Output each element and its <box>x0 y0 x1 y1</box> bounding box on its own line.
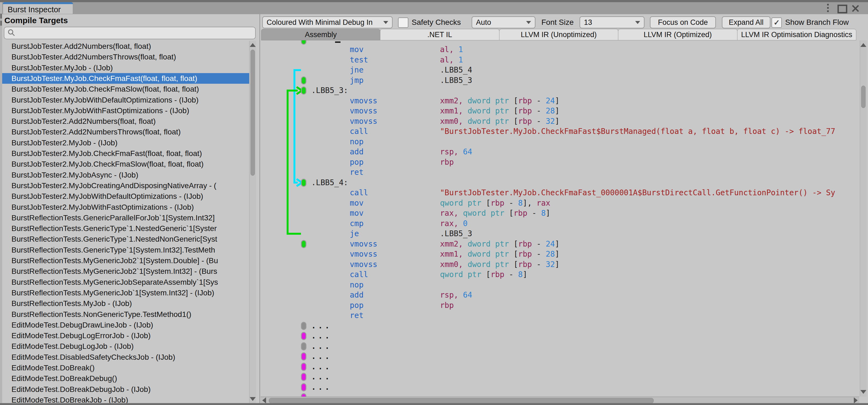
window-left-edge <box>0 2 2 405</box>
list-item[interactable]: BurstJobTester.Add2Numbers(float, float) <box>2 41 250 52</box>
list-item[interactable]: BurstJobTester2.MyJob.CheckFmaFast(float… <box>2 148 250 159</box>
list-item[interactable]: EditModeTest.DisabledSafetyChecksJob - (… <box>2 352 250 363</box>
scroll-left-arrow[interactable] <box>262 397 266 403</box>
list-item[interactable]: BurstReflectionTests.MyGenericJobSeparat… <box>2 277 250 287</box>
list-item[interactable]: BurstJobTester2.MyJob.CheckFmaSlow(float… <box>2 159 250 169</box>
code-line: nop <box>260 280 860 290</box>
scroll-up-arrow[interactable] <box>860 43 866 47</box>
tab-llvm-ir-optimized-[interactable]: LLVM IR (Optimized) <box>618 29 737 40</box>
focus-on-code-button[interactable]: Focus on Code <box>650 17 716 28</box>
list-item[interactable]: BurstReflectionTests.MyGenericJob2`1[Sys… <box>2 255 250 266</box>
code-line: .LBB5_4: <box>260 177 860 188</box>
font-size-label: Font Size <box>541 17 574 28</box>
list-item[interactable]: BurstJobTester.MyJob.CheckFmaFast(float,… <box>2 73 250 84</box>
code-line: ... <box>260 341 860 351</box>
code-line: ret <box>260 167 860 177</box>
list-item[interactable]: BurstReflectionTests.NonGenericType.Test… <box>2 309 250 320</box>
list-item[interactable]: BurstReflectionTests.GenericType`1.Neste… <box>2 223 250 234</box>
code-line: ... <box>260 321 860 331</box>
scroll-down-arrow[interactable] <box>860 390 866 394</box>
list-item[interactable]: BurstReflectionTests.MyGenericJob`1[Syst… <box>2 287 250 298</box>
block-marker <box>301 373 306 381</box>
list-item[interactable]: BurstJobTester.Add2NumbersThrows(float, … <box>2 52 250 62</box>
block-marker <box>301 363 306 371</box>
list-item[interactable]: BurstJobTester.MyJobWithFastOptimization… <box>2 105 250 116</box>
list-item[interactable]: EditModeTest.DebugLogErrorJob - (IJob) <box>2 330 250 341</box>
list-item[interactable]: EditModeTest.DebugDrawLineJob - (IJob) <box>2 320 250 330</box>
list-item[interactable]: BurstReflectionTests.GenericType`1.Neste… <box>2 234 250 244</box>
block-marker <box>301 342 306 350</box>
code-line: poprbp <box>260 300 860 311</box>
list-item[interactable]: BurstJobTester2.MyJobWithDefaultOptimiza… <box>2 191 250 202</box>
list-item[interactable]: BurstJobTester2.Add2Numbers(float, float… <box>2 116 250 126</box>
list-item[interactable]: BurstJobTester.MyJob.CheckFmaSlow(float,… <box>2 84 250 94</box>
tab--net-il[interactable]: .NET IL <box>380 29 499 40</box>
tab-llvm-ir-unoptimized-[interactable]: LLVM IR (Unoptimized) <box>499 29 618 40</box>
show-branch-flow-checkbox[interactable]: ✓ <box>772 18 782 28</box>
list-item[interactable]: BurstJobTester.MyJobWithDefaultOptimizat… <box>2 95 250 105</box>
list-item[interactable]: EditModeTest.DoBreakDebug() <box>2 373 250 384</box>
compile-targets-list[interactable]: BurstJobTester.Add2Numbers(float, float)… <box>2 41 250 403</box>
list-item[interactable]: BurstJobTester2.Add2NumbersThrows(float,… <box>2 126 250 137</box>
code-vertical-scrollbar[interactable] <box>860 40 867 397</box>
code-panel: Coloured With Minimal Debug In Safety Ch… <box>259 14 868 403</box>
menu-icon[interactable] <box>827 4 829 12</box>
code-scroll-thumb[interactable] <box>861 86 866 108</box>
code-line: movqword ptr [rbp - 8], rax <box>260 198 860 208</box>
clipped-block-marker <box>301 40 306 45</box>
code-line: call"BurstJobTester.MyJob.CheckFmaFast$B… <box>260 126 860 137</box>
search-icon <box>7 28 17 38</box>
target-dropdown[interactable]: Auto <box>472 17 535 28</box>
clipped-line-artifact <box>335 41 340 43</box>
font-size-dropdown[interactable]: 13 <box>580 17 645 28</box>
block-marker <box>301 86 306 95</box>
list-item[interactable]: BurstJobTester2.MyJobCreatingAndDisposin… <box>2 180 250 191</box>
search-box[interactable] <box>4 27 256 39</box>
scroll-up-arrow[interactable] <box>250 43 256 47</box>
list-item[interactable]: EditModeTest.DoBreakJob - (IJob) <box>2 395 250 403</box>
chevron-down-icon <box>635 21 640 24</box>
list-item[interactable]: BurstJobTester.MyJob - (IJob) <box>2 62 250 73</box>
tab-llvm-ir-optimisation-diagnostics[interactable]: LLVM IR Optimisation Diagnostics <box>737 29 856 40</box>
code-line: jmp.LBB5_3 <box>260 75 860 86</box>
close-icon[interactable] <box>851 4 859 12</box>
list-item[interactable]: EditModeTest.DoBreakDebugJob - (IJob) <box>2 384 250 395</box>
list-item[interactable]: EditModeTest.DoBreak() <box>2 363 250 373</box>
list-item[interactable]: BurstReflectionTests.GenericParallelForJ… <box>2 212 250 223</box>
list-item[interactable]: BurstReflectionTests.MyGenericJob2`1[Sys… <box>2 266 250 277</box>
search-input[interactable] <box>18 29 255 38</box>
tab-assembly[interactable]: Assembly <box>261 29 380 40</box>
window-top-edge <box>0 0 868 2</box>
list-item[interactable]: EditModeTest.DebugLogJob - (IJob) <box>2 341 250 351</box>
code-view-dropdown[interactable]: Coloured With Minimal Debug In <box>262 17 393 28</box>
scroll-down-arrow[interactable] <box>250 397 256 401</box>
code-hscroll-thumb[interactable] <box>269 398 654 403</box>
code-horizontal-scrollbar[interactable] <box>260 397 859 404</box>
code-line: ... <box>260 392 860 397</box>
expand-all-button[interactable]: Expand All <box>722 17 770 28</box>
list-item[interactable]: BurstJobTester2.MyJob - (IJob) <box>2 138 250 148</box>
list-scroll-thumb[interactable] <box>251 50 255 176</box>
list-item[interactable]: BurstReflectionTests.MyJob - (IJob) <box>2 298 250 309</box>
code-line: ... <box>260 361 860 372</box>
safety-checks-checkbox[interactable] <box>398 18 408 28</box>
code-line: ... <box>260 351 860 361</box>
window-tab-burst-inspector[interactable]: Burst Inspector <box>3 2 73 14</box>
assembly-code-view[interactable]: moval, 1testal, 1jne.LBB5_4jmp.LBB5_3.LB… <box>260 40 860 397</box>
list-item[interactable]: BurstJobTester2.MyJobWithFastOptimizatio… <box>2 202 250 212</box>
code-line: call"BurstJobTester.MyJob.CheckFmaFast_0… <box>260 187 860 198</box>
scroll-right-arrow[interactable] <box>854 397 858 403</box>
list-item[interactable]: BurstJobTester2.MyJobAsync - (IJob) <box>2 170 250 180</box>
code-line: ret <box>260 310 860 321</box>
list-vertical-scrollbar[interactable] <box>249 41 256 403</box>
code-line: testal, 1 <box>260 55 860 65</box>
code-line: poprbp <box>260 157 860 168</box>
block-marker <box>301 322 306 330</box>
maximize-icon[interactable] <box>837 5 847 13</box>
code-line: cmprax, 0 <box>260 219 860 229</box>
list-item[interactable]: BurstReflectionTests.GenericType`1[Syste… <box>2 244 250 255</box>
code-line: nop <box>260 137 860 147</box>
active-tab-accent <box>3 2 73 4</box>
dock-grip <box>0 21 2 26</box>
chevron-down-icon <box>383 21 388 24</box>
